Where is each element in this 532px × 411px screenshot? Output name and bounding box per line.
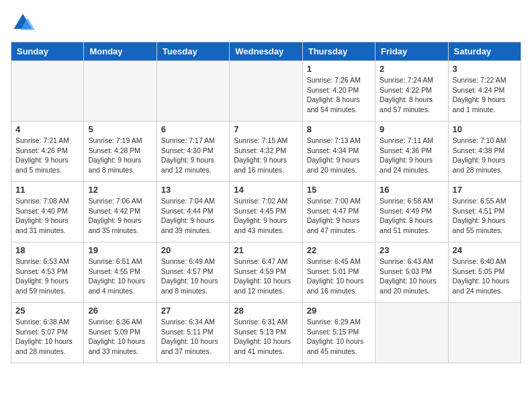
calendar-week-row: 4Sunrise: 7:21 AMSunset: 4:26 PMDaylight… (11, 122, 521, 182)
day-of-week-header: Sunday (11, 42, 84, 61)
calendar-cell: 10Sunrise: 7:10 AMSunset: 4:38 PMDayligh… (448, 122, 521, 182)
day-info: Sunrise: 7:24 AMSunset: 4:22 PMDaylight:… (380, 75, 443, 115)
day-info: Sunrise: 7:11 AMSunset: 4:36 PMDaylight:… (380, 136, 443, 175)
day-number: 25 (15, 306, 79, 316)
day-info: Sunrise: 6:53 AMSunset: 4:53 PMDaylight:… (15, 257, 79, 296)
calendar-header-row: SundayMondayTuesdayWednesdayThursdayFrid… (11, 42, 521, 61)
day-number: 27 (161, 306, 225, 316)
calendar-cell: 1Sunrise: 7:26 AMSunset: 4:20 PMDaylight… (302, 61, 375, 122)
calendar-cell: 27Sunrise: 6:34 AMSunset: 5:11 PMDayligh… (157, 303, 229, 363)
day-info: Sunrise: 6:38 AMSunset: 5:07 PMDaylight:… (15, 317, 79, 357)
calendar-cell: 19Sunrise: 6:51 AMSunset: 4:55 PMDayligh… (84, 242, 157, 303)
day-info: Sunrise: 7:10 AMSunset: 4:38 PMDaylight:… (453, 136, 517, 175)
day-number: 11 (15, 185, 79, 195)
day-info: Sunrise: 7:21 AMSunset: 4:26 PMDaylight:… (15, 136, 79, 175)
calendar-cell: 20Sunrise: 6:49 AMSunset: 4:57 PMDayligh… (157, 242, 229, 303)
calendar-cell: 14Sunrise: 7:02 AMSunset: 4:45 PMDayligh… (230, 182, 302, 242)
day-number: 8 (307, 124, 371, 134)
day-of-week-header: Saturday (448, 42, 521, 61)
calendar-cell: 15Sunrise: 7:00 AMSunset: 4:47 PMDayligh… (302, 182, 375, 242)
page-header (11, 11, 521, 35)
day-number: 9 (380, 124, 443, 134)
calendar-cell (230, 61, 302, 122)
calendar-cell: 3Sunrise: 7:22 AMSunset: 4:24 PMDaylight… (448, 61, 521, 122)
day-info: Sunrise: 7:02 AMSunset: 4:45 PMDaylight:… (234, 196, 298, 236)
day-number: 26 (88, 306, 152, 316)
day-info: Sunrise: 6:58 AMSunset: 4:49 PMDaylight:… (380, 196, 443, 236)
day-info: Sunrise: 6:47 AMSunset: 4:59 PMDaylight:… (234, 257, 298, 296)
day-info: Sunrise: 7:00 AMSunset: 4:47 PMDaylight:… (307, 196, 371, 236)
day-number: 14 (234, 185, 298, 195)
day-info: Sunrise: 6:29 AMSunset: 5:15 PMDaylight:… (307, 317, 371, 357)
calendar-cell: 25Sunrise: 6:38 AMSunset: 5:07 PMDayligh… (11, 303, 84, 363)
calendar-cell: 13Sunrise: 7:04 AMSunset: 4:44 PMDayligh… (157, 182, 229, 242)
calendar-cell: 18Sunrise: 6:53 AMSunset: 4:53 PMDayligh… (11, 242, 84, 303)
day-number: 21 (234, 245, 298, 255)
day-info: Sunrise: 6:51 AMSunset: 4:55 PMDaylight:… (88, 257, 152, 296)
day-info: Sunrise: 7:26 AMSunset: 4:20 PMDaylight:… (307, 75, 371, 115)
day-of-week-header: Monday (84, 42, 157, 61)
calendar-cell: 4Sunrise: 7:21 AMSunset: 4:26 PMDaylight… (11, 122, 84, 182)
day-number: 16 (380, 185, 443, 195)
day-info: Sunrise: 6:49 AMSunset: 4:57 PMDaylight:… (161, 257, 225, 296)
calendar-week-row: 18Sunrise: 6:53 AMSunset: 4:53 PMDayligh… (11, 242, 521, 303)
calendar-cell: 28Sunrise: 6:31 AMSunset: 5:13 PMDayligh… (230, 303, 302, 363)
day-number: 29 (307, 306, 371, 316)
day-info: Sunrise: 7:04 AMSunset: 4:44 PMDaylight:… (161, 196, 225, 236)
calendar-cell: 5Sunrise: 7:19 AMSunset: 4:28 PMDaylight… (84, 122, 157, 182)
calendar-cell: 23Sunrise: 6:43 AMSunset: 5:03 PMDayligh… (375, 242, 448, 303)
day-info: Sunrise: 7:08 AMSunset: 4:40 PMDaylight:… (15, 196, 79, 236)
calendar-cell: 26Sunrise: 6:36 AMSunset: 5:09 PMDayligh… (84, 303, 157, 363)
day-of-week-header: Thursday (302, 42, 375, 61)
calendar-cell: 29Sunrise: 6:29 AMSunset: 5:15 PMDayligh… (302, 303, 375, 363)
calendar-cell: 8Sunrise: 7:13 AMSunset: 4:34 PMDaylight… (302, 122, 375, 182)
day-info: Sunrise: 7:13 AMSunset: 4:34 PMDaylight:… (307, 136, 371, 175)
day-info: Sunrise: 6:34 AMSunset: 5:11 PMDaylight:… (161, 317, 225, 357)
day-number: 18 (15, 245, 79, 255)
calendar-cell (157, 61, 229, 122)
day-info: Sunrise: 6:36 AMSunset: 5:09 PMDaylight:… (88, 317, 152, 357)
day-info: Sunrise: 6:55 AMSunset: 4:51 PMDaylight:… (453, 196, 517, 236)
calendar-cell (84, 61, 157, 122)
day-number: 15 (307, 185, 371, 195)
calendar-cell: 2Sunrise: 7:24 AMSunset: 4:22 PMDaylight… (375, 61, 448, 122)
calendar-cell: 11Sunrise: 7:08 AMSunset: 4:40 PMDayligh… (11, 182, 84, 242)
calendar-cell: 6Sunrise: 7:17 AMSunset: 4:30 PMDaylight… (157, 122, 229, 182)
day-info: Sunrise: 7:15 AMSunset: 4:32 PMDaylight:… (234, 136, 298, 175)
day-info: Sunrise: 6:43 AMSunset: 5:03 PMDaylight:… (380, 257, 443, 296)
day-of-week-header: Friday (375, 42, 448, 61)
day-number: 10 (453, 124, 517, 134)
day-info: Sunrise: 7:22 AMSunset: 4:24 PMDaylight:… (453, 75, 517, 115)
calendar-cell (11, 61, 84, 122)
calendar-cell: 22Sunrise: 6:45 AMSunset: 5:01 PMDayligh… (302, 242, 375, 303)
calendar-week-row: 1Sunrise: 7:26 AMSunset: 4:20 PMDaylight… (11, 61, 521, 122)
calendar-cell: 7Sunrise: 7:15 AMSunset: 4:32 PMDaylight… (230, 122, 302, 182)
day-number: 7 (234, 124, 298, 134)
day-of-week-header: Tuesday (157, 42, 229, 61)
logo-icon (11, 11, 35, 35)
day-number: 2 (380, 64, 443, 74)
day-number: 13 (161, 185, 225, 195)
calendar-week-row: 25Sunrise: 6:38 AMSunset: 5:07 PMDayligh… (11, 303, 521, 363)
day-number: 6 (161, 124, 225, 134)
day-number: 4 (15, 124, 79, 134)
day-number: 23 (380, 245, 443, 255)
day-of-week-header: Wednesday (230, 42, 302, 61)
day-number: 19 (88, 245, 152, 255)
calendar-week-row: 11Sunrise: 7:08 AMSunset: 4:40 PMDayligh… (11, 182, 521, 242)
calendar-cell: 16Sunrise: 6:58 AMSunset: 4:49 PMDayligh… (375, 182, 448, 242)
day-info: Sunrise: 7:17 AMSunset: 4:30 PMDaylight:… (161, 136, 225, 175)
calendar-cell: 21Sunrise: 6:47 AMSunset: 4:59 PMDayligh… (230, 242, 302, 303)
day-number: 3 (453, 64, 517, 74)
calendar-cell (375, 303, 448, 363)
day-number: 12 (88, 185, 152, 195)
day-number: 1 (307, 64, 371, 74)
day-info: Sunrise: 6:45 AMSunset: 5:01 PMDaylight:… (307, 257, 371, 296)
day-number: 17 (453, 185, 517, 195)
calendar-cell: 17Sunrise: 6:55 AMSunset: 4:51 PMDayligh… (448, 182, 521, 242)
day-number: 22 (307, 245, 371, 255)
day-number: 24 (453, 245, 517, 255)
day-number: 28 (234, 306, 298, 316)
day-info: Sunrise: 7:06 AMSunset: 4:42 PMDaylight:… (88, 196, 152, 236)
day-info: Sunrise: 7:19 AMSunset: 4:28 PMDaylight:… (88, 136, 152, 175)
